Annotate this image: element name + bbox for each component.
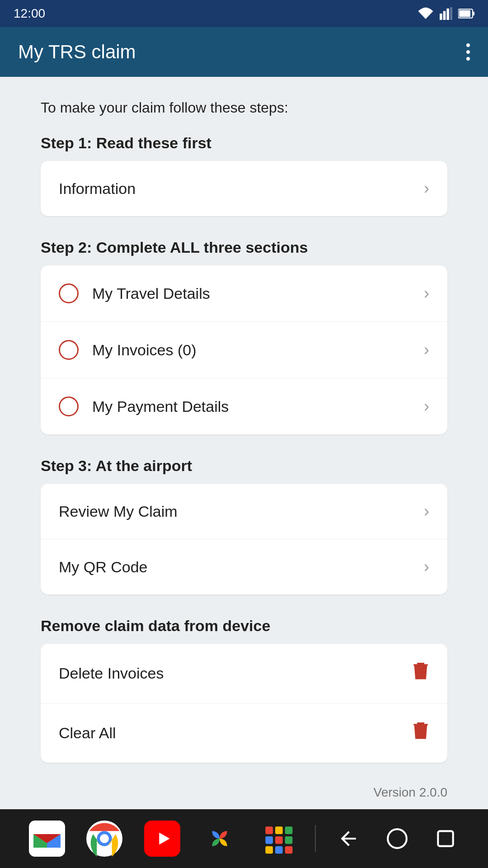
nav-divider: [315, 825, 316, 852]
step2-header: Step 2: Complete ALL three sections: [41, 239, 447, 256]
gmail-icon: [29, 821, 65, 857]
payment-details-label: My Payment Details: [92, 398, 424, 415]
svg-rect-5: [473, 12, 474, 15]
intro-text: To make your claim follow these steps:: [41, 99, 447, 116]
travel-details-radio: [59, 283, 79, 303]
delete-invoices-item[interactable]: Delete Invoices: [41, 644, 447, 703]
clear-all-icon: [412, 722, 429, 745]
wifi-icon: [418, 7, 434, 20]
svg-rect-1: [443, 11, 446, 20]
step3-header: Step 3: At the airport: [41, 457, 447, 475]
youtube-app-icon[interactable]: [142, 818, 183, 859]
svg-rect-12: [265, 826, 273, 834]
status-time: 12:00: [14, 6, 45, 21]
svg-rect-13: [275, 826, 283, 834]
chrome-app-icon[interactable]: [84, 818, 125, 859]
status-icons: [418, 7, 474, 20]
travel-details-item[interactable]: My Travel Details ›: [41, 265, 447, 322]
recents-button[interactable]: [430, 823, 461, 854]
home-icon: [386, 827, 408, 850]
qr-code-chevron-icon: ›: [424, 557, 429, 576]
remove-card: Delete Invoices Clear All: [41, 644, 447, 763]
svg-point-21: [388, 829, 407, 848]
qr-code-item[interactable]: My QR Code ›: [41, 539, 447, 594]
payment-details-chevron-icon: ›: [424, 397, 429, 416]
svg-rect-14: [285, 826, 293, 834]
photos-icon: [202, 821, 238, 857]
review-claim-chevron-icon: ›: [424, 502, 429, 521]
information-label: Information: [59, 180, 424, 198]
back-button[interactable]: [333, 823, 364, 854]
more-menu-button[interactable]: [466, 43, 470, 61]
photos-app-icon[interactable]: [199, 818, 240, 859]
svg-rect-20: [285, 846, 293, 854]
bottom-nav: [0, 809, 488, 868]
invoices-label: My Invoices (0): [92, 341, 424, 359]
svg-rect-6: [459, 10, 470, 17]
battery-icon: [458, 7, 474, 20]
invoices-chevron-icon: ›: [424, 340, 429, 359]
version-text: Version 2.0.0: [41, 785, 447, 800]
home-button[interactable]: [381, 823, 413, 854]
clear-all-item[interactable]: Clear All: [41, 703, 447, 763]
waffle-icon: [259, 821, 296, 857]
step1-header: Step 1: Read these first: [41, 134, 447, 152]
signal-icon: [439, 7, 453, 20]
gmail-app-icon[interactable]: [27, 818, 67, 859]
svg-rect-19: [275, 846, 283, 854]
clear-all-label: Clear All: [59, 724, 412, 742]
payment-details-item[interactable]: My Payment Details ›: [41, 378, 447, 434]
svg-rect-22: [438, 831, 453, 846]
waffle-app-icon[interactable]: [257, 818, 298, 859]
delete-invoices-label: Delete Invoices: [59, 665, 412, 682]
status-bar: 12:00: [0, 0, 488, 27]
svg-point-10: [100, 834, 109, 843]
svg-rect-0: [440, 14, 442, 20]
svg-rect-17: [285, 836, 293, 844]
travel-details-chevron-icon: ›: [424, 284, 429, 303]
app-bar: My TRS claim: [0, 27, 488, 77]
step1-card: Information ›: [41, 161, 447, 216]
information-item[interactable]: Information ›: [41, 161, 447, 216]
svg-rect-15: [265, 836, 273, 844]
svg-rect-3: [450, 7, 452, 20]
review-claim-label: Review My Claim: [59, 503, 424, 520]
remove-section-header: Remove claim data from device: [41, 617, 447, 635]
svg-rect-18: [265, 846, 273, 854]
back-icon: [337, 827, 360, 850]
chrome-icon: [86, 821, 122, 857]
invoices-item[interactable]: My Invoices (0) ›: [41, 322, 447, 378]
step2-card: My Travel Details › My Invoices (0) › My…: [41, 265, 447, 434]
svg-rect-16: [275, 836, 283, 844]
review-claim-item[interactable]: Review My Claim ›: [41, 484, 447, 539]
qr-code-label: My QR Code: [59, 558, 424, 576]
step3-card: Review My Claim › My QR Code ›: [41, 484, 447, 594]
app-title: My TRS claim: [18, 41, 136, 63]
recents-icon: [434, 827, 457, 850]
invoices-radio: [59, 340, 79, 360]
svg-rect-2: [446, 9, 449, 20]
travel-details-label: My Travel Details: [92, 285, 424, 302]
delete-invoices-icon: [412, 662, 429, 685]
main-content: To make your claim follow these steps: S…: [0, 77, 488, 809]
information-chevron-icon: ›: [424, 179, 429, 198]
youtube-icon: [144, 821, 180, 857]
payment-details-radio: [59, 396, 79, 416]
